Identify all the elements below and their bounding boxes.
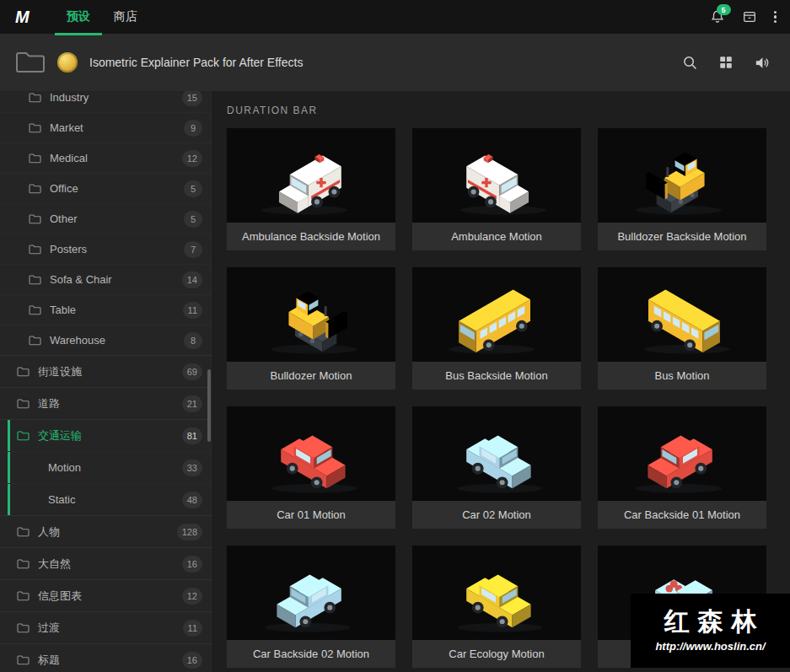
sidebar-item[interactable]: 大自然 16 bbox=[0, 547, 212, 579]
preset-card[interactable]: Bus Backside Motion bbox=[412, 267, 581, 390]
preset-thumbnail bbox=[227, 406, 395, 501]
sidebar-item[interactable]: Office 5 bbox=[0, 173, 212, 203]
preset-card[interactable]: Car Ecology Motion bbox=[412, 546, 581, 668]
preset-card[interactable]: Ambulance Motion bbox=[412, 128, 581, 250]
sidebar-item-label: 过渡 bbox=[38, 621, 183, 636]
sidebar-item[interactable]: Other 5 bbox=[0, 203, 212, 234]
category-list: Industry 15 Market 9 Medical 12 Office 5 bbox=[0, 91, 212, 672]
sidebar-item[interactable]: Static 48 bbox=[0, 483, 212, 515]
sidebar-item[interactable]: Medical 12 bbox=[0, 142, 212, 173]
sidebar-item-label: 信息图表 bbox=[38, 589, 182, 604]
folder-icon bbox=[29, 274, 41, 285]
preset-card[interactable]: Bus Motion bbox=[598, 267, 766, 390]
preset-card-label: Ambulance Backside Motion bbox=[227, 223, 395, 250]
preset-card-label: Car 01 Motion bbox=[227, 501, 395, 529]
bell-icon[interactable]: 5 bbox=[710, 9, 725, 24]
vehicle-illustration bbox=[438, 132, 556, 218]
tab-presets[interactable]: 预设 bbox=[55, 0, 102, 35]
preset-card[interactable]: Ambulance Backside Motion bbox=[227, 128, 395, 250]
folder-icon bbox=[17, 654, 30, 665]
sidebar-item-count: 69 bbox=[182, 363, 202, 380]
box-icon[interactable] bbox=[742, 9, 757, 24]
grid-view-icon[interactable] bbox=[718, 55, 734, 70]
folder-icon bbox=[29, 304, 41, 315]
sidebar-item[interactable]: Warehouse 8 bbox=[0, 325, 212, 355]
preset-thumbnail bbox=[598, 406, 766, 501]
sidebar-item[interactable]: Motion 33 bbox=[0, 451, 212, 483]
active-indicator bbox=[8, 420, 10, 451]
vehicle-illustration bbox=[252, 271, 370, 358]
folder-icon bbox=[29, 213, 41, 224]
sidebar-item[interactable]: 街道设施 69 bbox=[0, 355, 212, 387]
sound-icon[interactable] bbox=[754, 55, 770, 71]
sidebar-item[interactable]: Posters 7 bbox=[0, 234, 212, 264]
sidebar-item-label: Static bbox=[48, 493, 182, 506]
tab-store[interactable]: 商店 bbox=[102, 0, 149, 35]
sidebar-item-label: Motion bbox=[48, 461, 182, 474]
sidebar-item[interactable]: Table 11 bbox=[0, 294, 212, 325]
vehicle-illustration bbox=[252, 132, 370, 218]
kebab-menu-icon[interactable] bbox=[774, 9, 777, 25]
preset-thumbnail bbox=[412, 546, 581, 640]
preset-card[interactable]: Car 01 Motion bbox=[227, 406, 395, 529]
sidebar-item-label: 标题 bbox=[38, 653, 182, 668]
preset-card[interactable]: Car Backside 02 Motion bbox=[227, 546, 395, 668]
search-icon[interactable] bbox=[682, 55, 698, 71]
sidebar-item-count: 15 bbox=[182, 91, 202, 106]
folder-icon bbox=[17, 430, 30, 441]
sidebar-item-label: Market bbox=[50, 121, 184, 134]
sidebar-item-count: 14 bbox=[182, 271, 202, 288]
sidebar-item-count: 128 bbox=[177, 524, 202, 540]
folder-icon bbox=[29, 335, 41, 346]
preset-thumbnail bbox=[598, 267, 766, 362]
sidebar-item[interactable]: Market 9 bbox=[0, 112, 212, 142]
vehicle-illustration bbox=[623, 271, 741, 358]
sidebar-item[interactable]: 道路 21 bbox=[0, 387, 212, 419]
folder-icon bbox=[17, 590, 30, 601]
sidebar-item-label: 道路 bbox=[38, 396, 182, 411]
active-indicator bbox=[8, 484, 10, 515]
sidebar-item-count: 9 bbox=[184, 120, 202, 137]
preset-card[interactable]: Bulldozer Backside Motion bbox=[598, 128, 766, 250]
sidebar-item-label: Medical bbox=[50, 152, 182, 164]
preset-grid-area: DURATION BAR Ambulance Backside Motion A… bbox=[213, 91, 790, 672]
sidebar-item-count: 11 bbox=[183, 620, 202, 637]
preset-thumbnail bbox=[598, 128, 766, 223]
sidebar-item[interactable]: 交通运输 81 bbox=[0, 419, 212, 451]
sidebar-item[interactable]: Sofa & Chair 14 bbox=[0, 264, 212, 294]
sidebar-item-label: Industry bbox=[50, 91, 182, 104]
sidebar-item-count: 21 bbox=[182, 395, 202, 412]
active-indicator bbox=[8, 452, 10, 483]
vehicle-illustration bbox=[438, 271, 556, 358]
preset-card[interactable]: Bulldozer Motion bbox=[227, 267, 395, 390]
sidebar-item-count: 16 bbox=[182, 652, 202, 669]
app-logo[interactable]: M bbox=[15, 8, 30, 27]
preset-card-label: Car Backside 01 Motion bbox=[598, 501, 766, 529]
sidebar-item[interactable]: 人物 128 bbox=[0, 515, 212, 547]
folder-icon bbox=[17, 526, 30, 537]
preset-card-label: Bus Motion bbox=[598, 362, 766, 390]
sidebar-item-count: 11 bbox=[183, 302, 202, 319]
sidebar-item[interactable]: 信息图表 12 bbox=[0, 579, 212, 611]
preset-card-label: Bus Backside Motion bbox=[412, 362, 581, 390]
folder-icon bbox=[15, 51, 46, 74]
sidebar-item[interactable]: 标题 16 bbox=[0, 643, 212, 672]
sidebar-item-count: 5 bbox=[184, 180, 202, 197]
folder-icon bbox=[17, 366, 30, 377]
sidebar-item-label: 街道设施 bbox=[38, 364, 182, 379]
vehicle-illustration bbox=[438, 411, 556, 497]
sidebar-item-count: 8 bbox=[184, 332, 202, 349]
preset-card[interactable]: Car Backside 01 Motion bbox=[598, 406, 766, 529]
sidebar-item-label: Sofa & Chair bbox=[50, 273, 182, 286]
vehicle-illustration bbox=[623, 411, 741, 497]
vehicle-illustration bbox=[438, 550, 556, 636]
sidebar-item-label: Table bbox=[50, 304, 183, 316]
preset-card[interactable]: Car 02 Motion bbox=[412, 406, 581, 529]
folder-icon bbox=[17, 398, 30, 409]
sidebar-item-label: Posters bbox=[50, 243, 184, 255]
sidebar-item[interactable]: 过渡 11 bbox=[0, 611, 212, 643]
sidebar-scrollbar[interactable] bbox=[207, 369, 211, 442]
sidebar-item-label: 交通运输 bbox=[38, 428, 182, 444]
sidebar-item[interactable]: Industry 15 bbox=[0, 91, 212, 112]
preset-grid: Ambulance Backside Motion Ambulance Moti… bbox=[227, 128, 790, 668]
